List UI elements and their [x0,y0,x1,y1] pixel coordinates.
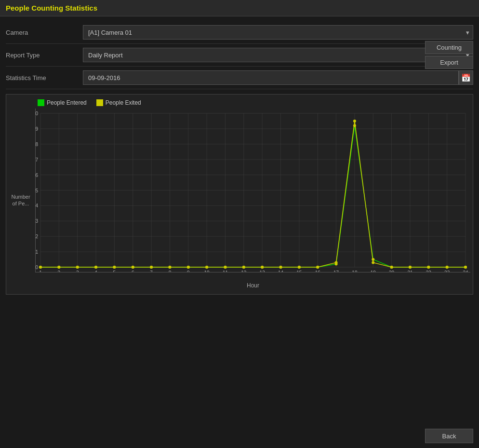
svg-text:8: 8 [36,142,38,147]
svg-text:18: 18 [352,270,358,272]
counting-button[interactable]: Counting [425,41,473,54]
chart-area: 0123456789101234567891011121314151617181… [35,109,470,272]
svg-text:20: 20 [389,270,395,272]
calendar-icon[interactable]: 📅 [459,70,473,85]
svg-text:3: 3 [36,218,38,224]
svg-text:2: 2 [58,270,61,272]
svg-text:7: 7 [150,270,153,272]
svg-text:12: 12 [241,270,247,272]
svg-point-102 [187,266,190,269]
chart-section: People Entered People Exited Number of P… [6,94,473,295]
svg-text:2: 2 [36,234,38,239]
svg-text:1: 1 [36,249,38,255]
statistics-time-input[interactable] [83,70,459,85]
svg-text:19: 19 [371,270,376,272]
svg-text:16: 16 [315,270,321,272]
camera-select[interactable]: [A1] Camera 01 [83,25,473,40]
svg-text:0: 0 [36,265,38,270]
svg-point-101 [168,266,171,269]
svg-point-109 [316,266,319,269]
svg-point-96 [76,266,79,269]
svg-point-110 [335,261,338,264]
svg-point-104 [224,266,226,269]
svg-text:9: 9 [187,270,190,272]
svg-text:6: 6 [36,173,38,178]
svg-point-103 [205,266,208,269]
exited-label: People Exited [106,99,141,106]
statistics-time-label: Statistics Time [6,74,83,81]
svg-point-108 [298,266,301,269]
bottom-bar: Back [425,429,473,443]
svg-point-115 [427,266,430,269]
svg-text:6: 6 [132,270,134,272]
back-button[interactable]: Back [425,429,473,443]
entered-label: People Entered [47,99,87,106]
statistics-time-row: Statistics Time 📅 [6,67,473,89]
svg-text:13: 13 [260,270,266,272]
svg-text:11: 11 [223,270,228,272]
svg-text:15: 15 [296,270,302,272]
svg-text:10: 10 [36,111,38,116]
svg-point-114 [409,266,412,269]
svg-text:8: 8 [169,270,172,272]
svg-text:1: 1 [39,270,42,272]
svg-point-106 [261,266,264,269]
svg-text:23: 23 [444,270,450,272]
svg-text:10: 10 [204,270,210,272]
svg-point-107 [279,266,282,269]
svg-text:7: 7 [36,157,38,163]
svg-text:5: 5 [113,270,116,272]
date-row: 📅 [83,70,473,85]
legend-entered: People Entered [38,99,87,106]
svg-text:9: 9 [36,126,38,132]
report-type-select-wrapper: Daily Report ▾ [83,48,473,62]
svg-point-116 [446,266,449,269]
svg-text:14: 14 [278,270,284,272]
camera-row: Camera [A1] Camera 01 ▾ [6,21,473,44]
svg-point-95 [57,266,60,269]
svg-text:3: 3 [76,270,79,272]
camera-label: Camera [6,29,83,36]
page-title: People Counting Statistics [6,4,97,12]
svg-point-105 [242,266,245,269]
svg-text:21: 21 [407,270,413,272]
exited-color-swatch [96,99,103,106]
svg-text:22: 22 [426,270,432,272]
camera-select-wrapper: [A1] Camera 01 ▾ [83,25,473,40]
svg-point-117 [464,266,467,269]
svg-text:5: 5 [36,188,38,193]
chart-svg: 0123456789101234567891011121314151617181… [36,109,470,272]
svg-text:4: 4 [94,270,97,272]
entered-color-swatch [38,99,44,106]
legend-exited: People Exited [96,99,141,106]
svg-text:17: 17 [333,270,339,272]
svg-point-100 [150,266,153,269]
svg-point-97 [94,266,97,269]
svg-point-94 [39,266,42,269]
x-axis-label: Hour [247,282,259,289]
svg-point-99 [132,266,134,269]
report-type-label: Report Type [6,52,83,59]
svg-point-98 [113,266,116,269]
svg-point-113 [390,266,393,269]
chart-legend: People Entered People Exited [9,99,470,109]
y-axis-label: Number of Pe... [9,193,33,207]
chart-container: Number of Pe... 012345678910123456789101… [9,109,470,292]
svg-point-112 [372,261,374,264]
action-buttons: Counting Export [425,44,473,66]
svg-text:24: 24 [463,270,468,272]
export-button[interactable]: Export [425,56,473,69]
svg-point-111 [353,120,356,122]
title-bar: People Counting Statistics [0,0,479,16]
report-type-select[interactable]: Daily Report [83,48,473,62]
report-type-row: Report Type Daily Report ▾ Counting Expo… [6,44,473,67]
svg-text:4: 4 [36,203,38,208]
